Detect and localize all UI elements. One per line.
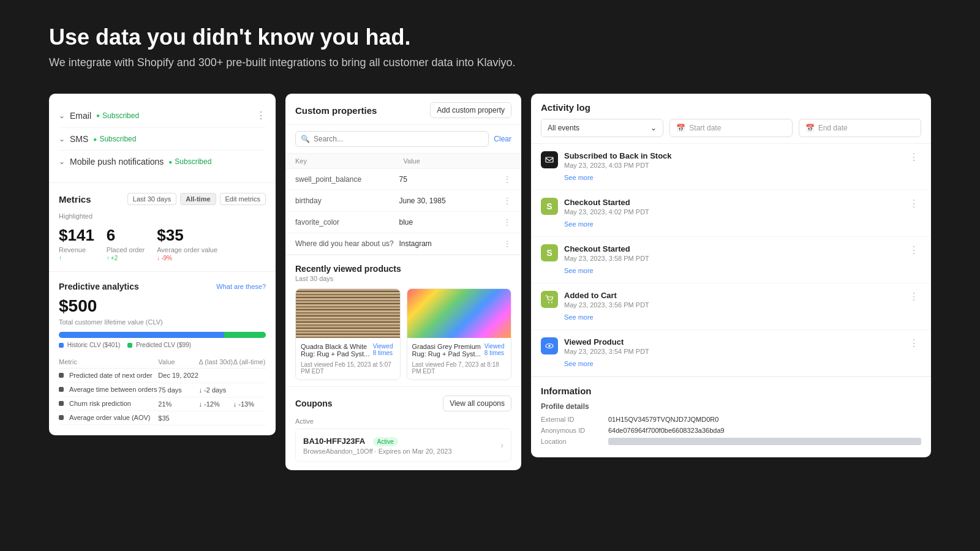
clv-legend: Historic CLV ($401) Predicted CLV ($99)	[59, 342, 266, 348]
list-item: Gradasi Grey Premium Rug: Rug + Pad Syst…	[407, 288, 512, 380]
table-row: Churn risk prediction 21% ↓ -12% ↓ -13%	[59, 397, 266, 411]
revenue-label: Revenue	[59, 246, 94, 253]
clv-bar-predicted	[224, 332, 266, 338]
hero-title: Use data you didn't know you had.	[49, 24, 931, 50]
search-row: 🔍 Clear	[285, 125, 521, 154]
metrics-section: Metrics Last 30 days All-time Edit metri…	[49, 183, 276, 272]
col-alltime: Δ (all-time)	[233, 356, 266, 369]
props-header-row: Key Value	[285, 154, 521, 169]
prop-actions-button[interactable]: ⋮	[503, 196, 511, 206]
last-30-days-button[interactable]: Last 30 days	[127, 193, 176, 205]
event-more-button[interactable]: ⋮	[907, 337, 921, 349]
add-custom-property-button[interactable]: Add custom property	[430, 102, 511, 118]
event-time: May 23, 2023, 4:02 PM PDT	[564, 208, 900, 216]
view-all-coupons-button[interactable]: View all coupons	[443, 395, 511, 411]
see-more-link[interactable]: See more	[564, 174, 594, 181]
clear-link[interactable]: Clear	[494, 135, 511, 143]
what-are-these-link[interactable]: What are these?	[216, 283, 266, 290]
email-chevron-icon: ⌄	[59, 111, 65, 120]
revenue-change: ↑	[59, 255, 94, 261]
right-card: Activity log All events ⌄ 📅 Start date 📅…	[531, 94, 931, 457]
all-events-select[interactable]: All events ⌄	[541, 119, 663, 137]
see-more-link[interactable]: See more	[564, 313, 594, 321]
aov-change: ↓ -9%	[157, 255, 217, 261]
pred-metric-cell: Average time between orders	[59, 383, 158, 397]
event-more-button[interactable]: ⋮	[907, 244, 921, 256]
email-dot-icon: ●	[96, 112, 100, 119]
props-list: swell_point_balance 75 ⋮ birthday June 3…	[285, 169, 521, 255]
recently-viewed-period: Last 30 days	[295, 275, 511, 282]
metrics-values: $141 Revenue ↑ 6 Placed order ↑ +2 $35 A…	[59, 226, 266, 261]
prop-actions-button[interactable]: ⋮	[503, 174, 511, 184]
email-more-button[interactable]: ⋮	[256, 110, 266, 121]
see-more-link[interactable]: See more	[564, 220, 594, 228]
products-grid: Quadra Black & White Rug: Rug + Pad Syst…	[295, 288, 511, 380]
end-date-input[interactable]: 📅 End date	[799, 119, 921, 137]
list-item: swell_point_balance 75 ⋮	[285, 169, 521, 190]
see-more-link[interactable]: See more	[564, 360, 594, 367]
email-badge: ● Subscribed	[96, 111, 139, 120]
product-name: Quadra Black & White Rug: Rug + Pad Syst…	[301, 343, 373, 358]
product-image	[407, 289, 511, 338]
up-arrow-icon-2: ↑	[107, 255, 110, 261]
push-sub-row: ⌄ Mobile push notifications ● Subscribed	[59, 151, 266, 173]
event-more-button[interactable]: ⋮	[907, 291, 921, 302]
activity-log-title: Activity log	[541, 102, 921, 113]
clv-bar	[59, 332, 266, 338]
add-to-cart-icon	[541, 291, 558, 308]
prop-value: Instagram	[399, 239, 503, 248]
anonymous-id-label: Anonymous ID	[541, 427, 602, 434]
event-more-button[interactable]: ⋮	[907, 151, 921, 163]
edit-metrics-button[interactable]: Edit metrics	[220, 193, 266, 205]
sms-chevron-icon: ⌄	[59, 135, 65, 143]
list-item: birthday June 30, 1985 ⋮	[285, 190, 521, 212]
push-status: Subscribed	[175, 157, 211, 166]
start-date-input[interactable]: 📅 Start date	[669, 119, 792, 137]
col-d30: Δ (last 30d)	[199, 356, 233, 369]
pred-value-cell: 75 days	[158, 383, 198, 397]
pred-alltime-cell: ↓ -13%	[233, 397, 266, 411]
location-label: Location	[541, 438, 602, 445]
table-row: Average time between orders 75 days ↓ -2…	[59, 383, 266, 397]
row-dot-icon	[59, 373, 64, 378]
pred-value-cell: Dec 19, 2022	[158, 369, 198, 383]
prop-value: 75	[399, 175, 503, 184]
predictive-title: Predictive analytics	[59, 282, 139, 291]
event-name: Subscribed to Back in Stock	[564, 151, 900, 160]
email-status: Subscribed	[102, 111, 139, 120]
event-more-button[interactable]: ⋮	[907, 198, 921, 209]
calendar-icon-end: 📅	[805, 124, 815, 132]
event-time: May 23, 2023, 4:03 PM PDT	[564, 162, 900, 169]
predicted-dot-icon	[127, 343, 132, 348]
pred-alltime-cell	[233, 411, 266, 425]
viewed-product-icon	[541, 337, 558, 354]
event-name: Checkout Started	[564, 244, 900, 253]
prop-actions-button[interactable]: ⋮	[503, 217, 511, 227]
push-badge: ● Subscribed	[168, 157, 211, 166]
prop-actions-button[interactable]: ⋮	[503, 239, 511, 249]
activity-list: Subscribed to Back in Stock May 23, 2023…	[531, 144, 931, 377]
pred-d30-cell	[199, 369, 233, 383]
svg-rect-0	[546, 157, 553, 162]
list-item: S Checkout Started May 23, 2023, 4:02 PM…	[531, 190, 931, 237]
list-item: Viewed Product May 23, 2023, 3:54 PM PDT…	[531, 330, 931, 377]
cards-container: ⌄ Email ● Subscribed ⋮ ⌄ SMS ● Subscribe…	[0, 81, 980, 482]
search-input[interactable]	[314, 135, 483, 143]
subscribed-icon	[541, 151, 558, 168]
chevron-down-icon: ⌄	[650, 124, 657, 132]
see-more-link[interactable]: See more	[564, 267, 594, 274]
push-dot-icon: ●	[168, 159, 172, 165]
all-time-button[interactable]: All-time	[180, 193, 216, 205]
location-bar	[608, 438, 921, 445]
down-arrow-icon: ↓	[157, 255, 160, 261]
prop-key: Where did you hear about us?	[295, 239, 399, 248]
pred-metric-cell: Predicted date of next order	[59, 369, 158, 383]
recently-viewed-title: Recently viewed products	[295, 264, 511, 274]
hero-subtitle: We integrate with Shopify and 300+ pre-b…	[49, 56, 931, 69]
list-item: S Checkout Started May 23, 2023, 3:58 PM…	[531, 237, 931, 283]
event-time: May 23, 2023, 3:56 PM PDT	[564, 301, 900, 309]
coupon-description: BrowseAbandon_10Off · Expires on Mar 20,…	[303, 448, 452, 455]
clv-value: $500	[59, 296, 266, 316]
information-section: Information Profile details External ID …	[531, 377, 931, 457]
profile-details-label: Profile details	[541, 402, 921, 411]
